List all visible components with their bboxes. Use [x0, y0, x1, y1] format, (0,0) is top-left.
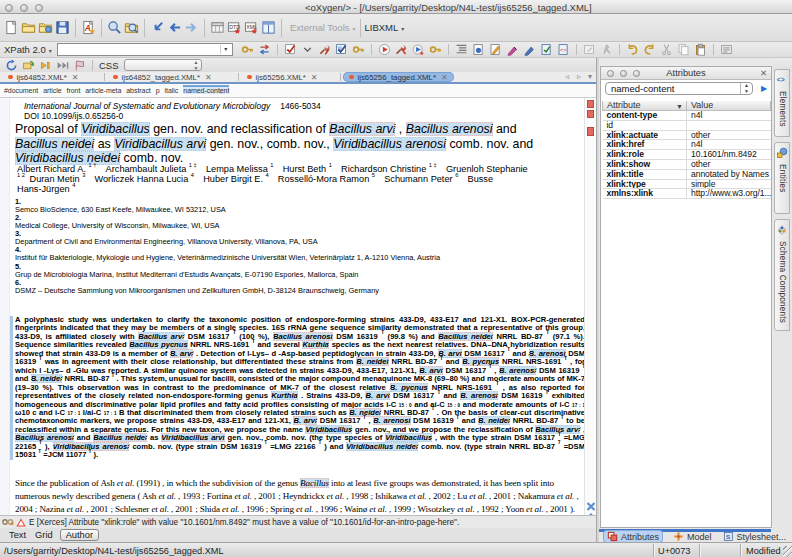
breadcrumb-item-italic[interactable]: italic — [165, 87, 179, 94]
attribute-name[interactable]: xlink:actuate — [603, 130, 687, 140]
edit-attribute-icon[interactable]: ▶ — [761, 84, 767, 93]
attribute-value[interactable] — [687, 120, 771, 130]
libxml-dropdown[interactable]: LIBXML▾ — [365, 22, 405, 33]
taxon-highlight[interactable]: Bacillus neidei — [15, 137, 94, 151]
attribute-value[interactable]: other — [687, 159, 771, 169]
search-in-files-icon[interactable] — [123, 17, 140, 39]
validation-config-icon[interactable] — [316, 43, 333, 57]
pencil-red-icon[interactable] — [504, 43, 521, 57]
panel-close-icon[interactable]: ✕ — [760, 68, 767, 78]
author-editor[interactable]: International Journal of Systematic and … — [0, 98, 596, 515]
error-stripe-mark[interactable] — [587, 127, 594, 136]
dock-tab-model[interactable]: Model — [673, 531, 712, 542]
breadcrumb-item-article-meta[interactable]: article-meta — [85, 87, 121, 94]
pin-gray-icon[interactable] — [598, 43, 615, 57]
resize-grip[interactable] — [783, 546, 792, 557]
edit-gray-icon[interactable] — [581, 43, 598, 57]
css-combo[interactable]: ▲▼ — [124, 59, 202, 71]
forward-icon[interactable] — [183, 17, 200, 39]
breadcrumb-item-abstract[interactable]: abstract — [126, 87, 151, 94]
side-tab-schema-components[interactable]: Schema Components — [774, 219, 790, 331]
key-plus-icon[interactable] — [239, 43, 256, 57]
xpath-version-dropdown[interactable]: XPath 2.0▾ — [4, 44, 52, 55]
back-icon[interactable] — [166, 17, 183, 39]
taxon-highlight[interactable]: Viridibacillus — [81, 122, 150, 136]
window-minimize-button[interactable] — [20, 4, 28, 12]
pencil-blue-icon[interactable] — [521, 43, 538, 57]
attribute-value[interactable]: annotated by Names ... — [687, 169, 771, 179]
validate-icon[interactable] — [282, 43, 299, 57]
goto-last-edit-icon[interactable] — [149, 17, 166, 39]
mode-tab-text[interactable]: Text — [9, 530, 26, 540]
attribute-row-xlink:actuate[interactable]: xlink:actuateother — [603, 130, 771, 140]
attribute-value[interactable]: n4l — [687, 111, 771, 121]
breadcrumb-item-article[interactable]: article — [43, 87, 61, 94]
dock-tab-stylesheet[interactable]: SStylesheet... — [723, 531, 787, 542]
doc-check-icon[interactable] — [538, 43, 555, 57]
attribute-value[interactable]: 10.1601/nm.8492 — [687, 150, 771, 160]
table-icon[interactable] — [209, 17, 226, 39]
attribute-name[interactable]: xlink:role — [603, 150, 687, 160]
attribute-name[interactable]: xlink:show — [603, 159, 687, 169]
mode-tab-grid[interactable]: Grid — [35, 530, 53, 540]
new-xml-icon[interactable]: XML — [243, 17, 260, 39]
key2-icon[interactable] — [427, 43, 444, 57]
new-document-icon[interactable] — [3, 17, 20, 39]
attribute-row-xlink:href[interactable]: xlink:hrefn4l — [603, 140, 771, 150]
taxon-highlight[interactable]: Bacillus — [300, 478, 329, 488]
editor-tab-ijs65256_tagged.XML[interactable]: ijs65256_tagged.XML*✕ — [343, 72, 454, 82]
attribute-row-xlink:title[interactable]: xlink:titleannotated by Names ... — [603, 169, 771, 179]
error-stripe-mark[interactable] — [587, 100, 594, 108]
breadcrumb-item-front[interactable]: front — [67, 87, 81, 94]
tab-close-icon[interactable]: ✕ — [205, 73, 212, 82]
tab-menu-icon[interactable]: ▾ — [588, 72, 592, 81]
doc-edit-icon[interactable] — [487, 43, 504, 57]
breadcrumb-item-p[interactable]: p — [156, 87, 160, 94]
search-icon[interactable] — [106, 17, 123, 39]
tab-scroll-right-icon[interactable]: ▹ — [577, 72, 581, 81]
transformation-config-icon[interactable] — [393, 43, 410, 57]
tab-close-icon[interactable]: ✕ — [441, 73, 448, 82]
wellformed-check-icon[interactable]: W — [333, 43, 350, 57]
breadcrumb-item-document[interactable]: #document — [4, 87, 38, 94]
side-tab-elements[interactable]: <>Elements — [774, 69, 790, 137]
format-indent-icon[interactable] — [453, 43, 470, 57]
flag-gray-icon[interactable] — [71, 58, 88, 72]
attribute-name[interactable]: xmlns:xlink — [603, 189, 687, 199]
doc-link-icon[interactable] — [470, 43, 487, 57]
xpath-dropdown-icon[interactable]: ▾ — [220, 45, 231, 54]
attribute-name[interactable]: xlink:type — [603, 179, 687, 189]
window-close-button[interactable] — [5, 4, 13, 12]
list-menu-icon[interactable] — [718, 43, 735, 57]
sync-folder-icon[interactable] — [20, 58, 37, 72]
redo-icon[interactable] — [641, 43, 658, 57]
breadcrumb-item-named-content[interactable]: named-content — [183, 87, 229, 94]
attribute-row-xlink:show[interactable]: xlink:showother — [603, 159, 771, 169]
value-column-header[interactable]: Value — [687, 101, 771, 111]
xpath-input[interactable]: ▾ — [57, 43, 233, 56]
attribute-name[interactable]: content-type — [603, 111, 687, 121]
editor-tab-ijs64852_tagged.XML[interactable]: ijs64852_tagged.XML*✕ — [107, 72, 212, 82]
attribute-name[interactable]: xlink:title — [603, 169, 687, 179]
tab-close-icon[interactable]: ✕ — [311, 73, 318, 82]
attribute-row-id[interactable]: id — [603, 120, 771, 130]
debug-transformation-icon[interactable] — [410, 43, 427, 57]
taxon-highlight[interactable]: Viridibacillus arenosi — [333, 137, 446, 151]
new-dtd-icon[interactable]: DTD — [226, 17, 243, 39]
attribute-column-header[interactable]: Attribute▼ — [603, 101, 687, 111]
external-tools-dropdown[interactable]: External Tools▾ — [290, 22, 356, 33]
attribute-name[interactable]: xlink:href — [603, 140, 687, 150]
validate-menu-icon[interactable] — [299, 43, 316, 57]
dock-tab-attributes[interactable]: Attributes — [604, 531, 662, 542]
apply-transformation-icon[interactable] — [376, 43, 393, 57]
tab-scroll-left-icon[interactable]: ◃ — [565, 72, 569, 81]
side-tab-entities[interactable]: Entities — [774, 142, 790, 214]
editor-tab-ijs64852.XML[interactable]: ijs64852.XML*✕ — [2, 72, 78, 82]
tab-close-icon[interactable]: ✕ — [72, 73, 79, 82]
taxon-highlight[interactable]: Bacillus arenosi — [406, 122, 493, 136]
split-window-icon[interactable] — [260, 17, 277, 39]
attribute-row-xmlns:xlink[interactable]: xmlns:xlinkhttp://www.w3.org/1... — [603, 189, 771, 199]
window-zoom-button[interactable] — [35, 4, 43, 12]
doc-tag-icon[interactable]: <> — [555, 43, 572, 57]
error-stripe-mark[interactable] — [587, 110, 594, 118]
